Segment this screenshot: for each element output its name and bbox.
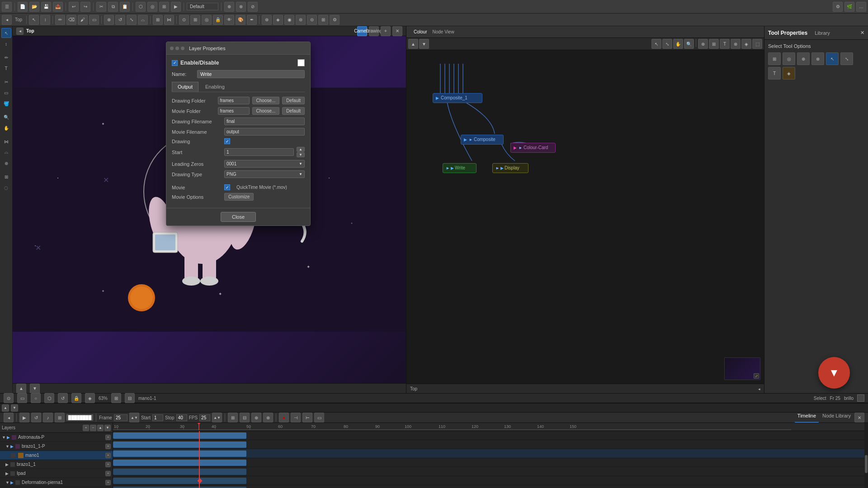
shape-tool[interactable]: ▭ — [89, 15, 99, 25]
pivot-tool[interactable]: ⊕ — [104, 15, 114, 25]
extra1[interactable]: ⊕ — [224, 2, 234, 12]
start-up-btn[interactable]: ▲ — [297, 147, 305, 152]
node-pan-btn[interactable]: ✋ — [673, 39, 683, 49]
node-display[interactable]: ► ▶ Display — [492, 163, 528, 173]
status-icon9[interactable]: ⊟ — [125, 393, 135, 403]
special-tool1[interactable]: ⊛ — [262, 15, 272, 25]
fps-spin[interactable]: ▲▼ — [212, 413, 222, 422]
layer-expand-1[interactable]: ▼ — [2, 435, 6, 440]
tool-opt-6[interactable]: ⤡ — [840, 52, 853, 65]
node-zoom-btn[interactable]: 🔍 — [684, 39, 694, 49]
node-colour-card[interactable]: ▶ ► Colour-Card — [510, 143, 556, 153]
tool-opt-8[interactable]: ◈ — [783, 67, 795, 80]
enabling-tab[interactable]: Enabling — [199, 82, 231, 92]
tl-display[interactable]: ▭ — [314, 413, 324, 422]
layer-row-mano1[interactable]: mano1 + — [0, 451, 113, 460]
tl-extra2[interactable]: ⊟ — [240, 413, 250, 422]
layer-row-brazo1[interactable]: ▶ brazo1_1 + — [0, 460, 113, 469]
nav-btn-down[interactable]: ▼ — [11, 404, 18, 412]
node-3d-btn[interactable]: ◈ — [741, 39, 751, 49]
bone-tool[interactable]: ⋈ — [164, 15, 174, 25]
copy-btn[interactable]: ⧉ — [108, 2, 118, 12]
layer-vis-1[interactable]: + — [105, 435, 111, 440]
layer-expand-6[interactable]: ▼ — [5, 480, 9, 485]
layer-row-brazo1p[interactable]: ▼ ▶ brazo1_1-P + — [0, 442, 113, 451]
collapse-btn[interactable]: ◂ — [2, 15, 12, 25]
tool-bone[interactable]: ⋈ — [1, 136, 11, 146]
settings-btn[interactable]: ⚙ — [833, 2, 843, 12]
tool-opt-4[interactable]: ⊗ — [811, 52, 824, 65]
viewport-collapse-btn[interactable]: ◂ — [16, 28, 24, 35]
enable-checkbox[interactable]: ✓ — [172, 60, 178, 66]
drawing-tab[interactable]: Drawing — [369, 26, 379, 36]
undo-btn[interactable]: ↩ — [69, 2, 79, 12]
node-group-btn[interactable]: ⊞ — [709, 39, 719, 49]
drawing-type-dropdown[interactable]: PNG ▼ — [224, 170, 305, 178]
tool-morph[interactable]: ◌ — [1, 183, 11, 192]
nav-btn-up[interactable]: ▲ — [2, 404, 9, 412]
sound-btn[interactable]: ♪ — [43, 413, 53, 422]
tool-select[interactable]: ↖ — [1, 28, 11, 38]
play-btn[interactable]: ▶ — [19, 413, 29, 422]
frame-input[interactable] — [114, 414, 127, 421]
arrow-tool[interactable]: ↕ — [40, 15, 50, 25]
tool-zoom[interactable]: 🔍 — [1, 112, 11, 122]
node-library-tab[interactable]: Node Library — [820, 413, 854, 422]
layer-row-ipad[interactable]: ▶ Ipad + — [0, 469, 113, 478]
extra3[interactable]: ⊘ — [248, 2, 258, 12]
layer-expand-2[interactable]: ▼ — [5, 444, 9, 449]
save-btn[interactable]: 💾 — [41, 2, 51, 12]
add-layer-btn[interactable]: + — [83, 425, 89, 431]
node-nav-up[interactable]: ▲ — [408, 39, 418, 49]
onion-btn[interactable]: ◎ — [147, 2, 157, 12]
layer-tool[interactable]: ⊞ — [153, 15, 163, 25]
drawing-checkbox[interactable]: ✓ — [224, 138, 230, 144]
tool-layer[interactable]: ⊞ — [1, 172, 11, 182]
deform-tool[interactable]: ⌓ — [138, 15, 148, 25]
tool-opt-1[interactable]: ⊞ — [768, 52, 781, 65]
status-icon2[interactable]: ▭ — [17, 393, 27, 403]
tool-deform[interactable]: ⌓ — [1, 147, 11, 157]
tool-opt-2[interactable]: ◎ — [783, 52, 795, 65]
cut-btn[interactable]: ✂ — [96, 2, 106, 12]
nav-down-btn[interactable]: ▼ — [30, 384, 40, 394]
tl-extra3[interactable]: ⊕ — [251, 413, 261, 422]
close-viewport-btn[interactable]: ✕ — [392, 26, 402, 36]
eraser-tool[interactable]: ⌫ — [66, 15, 76, 25]
status-icon7[interactable]: ◈ — [85, 393, 95, 403]
layer-expand-5[interactable]: ▶ — [5, 471, 9, 476]
tool-opt-7[interactable]: T — [768, 67, 781, 80]
status-icon8[interactable]: ⊞ — [111, 393, 121, 403]
color-swatch[interactable] — [297, 59, 305, 66]
frame-spin[interactable]: ▲▼ — [129, 413, 139, 422]
tl-collapse[interactable]: ◂ — [4, 413, 14, 422]
node-select-btn[interactable]: ↖ — [651, 39, 661, 49]
name-input[interactable] — [197, 70, 305, 78]
tool-brush[interactable]: ✏ — [1, 52, 11, 62]
render-btn[interactable]: ▶ — [171, 2, 181, 12]
brush-tool[interactable]: ✏ — [55, 15, 65, 25]
extra-right[interactable]: … — [856, 2, 866, 12]
layer-vis-5[interactable]: + — [105, 471, 111, 476]
customize-btn[interactable]: Customize — [224, 193, 254, 201]
layer-row-deformation[interactable]: ▼ ▶ Deformation-pierna1 + — [0, 478, 113, 487]
special-tool2[interactable]: ◈ — [273, 15, 283, 25]
movie-folder-default-btn[interactable]: Default — [282, 107, 305, 115]
select-tool[interactable]: ↖ — [29, 15, 39, 25]
tool-opt-3[interactable]: ⊕ — [797, 52, 810, 65]
tool-opt-5[interactable]: ↖ — [826, 52, 839, 65]
layer-row-astronauta[interactable]: ▼ ▶ Astronauta-P + — [0, 433, 113, 442]
tool-cut[interactable]: ✂ — [1, 77, 11, 87]
rotate-tool[interactable]: ↺ — [115, 15, 125, 25]
special-tool4[interactable]: ⊜ — [296, 15, 306, 25]
start-down-btn[interactable]: ▼ — [297, 152, 305, 157]
node-add-btn[interactable]: ⊕ — [698, 39, 708, 49]
settings-tool[interactable]: ⚙ — [330, 15, 340, 25]
tl-record[interactable]: ● — [279, 413, 289, 422]
layer-vis-6[interactable]: + — [105, 480, 111, 485]
node-filter-btn[interactable]: ⊗ — [731, 39, 741, 49]
status-icon4[interactable]: ⬡ — [44, 393, 54, 403]
tl-extra4[interactable]: ⊗ — [263, 413, 273, 422]
close-button[interactable]: Close — [221, 212, 256, 222]
nav-up-btn[interactable]: ▲ — [16, 384, 26, 394]
